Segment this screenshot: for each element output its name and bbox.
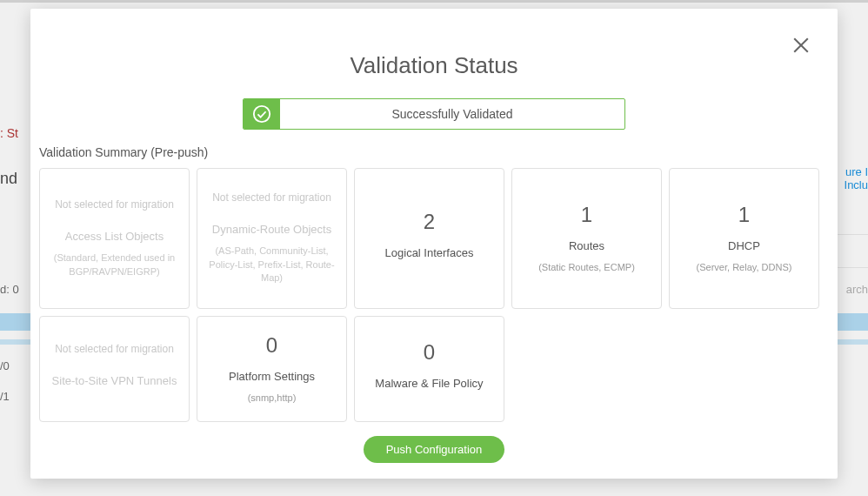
card-site-to-site-vpn: Not selected for migration Site-to-Site … bbox=[39, 316, 190, 422]
card-dhcp: 1 DHCP (Server, Relay, DDNS) bbox=[669, 168, 819, 309]
status-text: Successfully Validated bbox=[280, 99, 624, 129]
bg-text-right: ure I Inclu bbox=[845, 165, 868, 191]
card-count: 0 bbox=[266, 333, 277, 358]
not-selected-label: Not selected for migration bbox=[55, 198, 174, 211]
modal-title: Validation Status bbox=[30, 52, 838, 79]
cards-row-1: Not selected for migration Access List O… bbox=[30, 159, 838, 422]
card-count: 1 bbox=[581, 203, 592, 227]
not-selected-label: Not selected for migration bbox=[55, 343, 174, 355]
card-routes: 1 Routes (Static Routes, ECMP) bbox=[511, 168, 662, 309]
card-title: Access List Objects bbox=[65, 230, 164, 243]
card-title: Logical Interfaces bbox=[385, 246, 474, 259]
card-dynamic-route-objects: Not selected for migration Dynamic-Route… bbox=[197, 168, 347, 309]
bg-text-search: arch bbox=[846, 283, 868, 296]
card-subtitle: (Server, Relay, DDNS) bbox=[697, 261, 792, 274]
bg-text-slash0: /0 bbox=[0, 359, 10, 372]
bg-text-slash1: /1 bbox=[0, 390, 10, 403]
close-icon[interactable] bbox=[791, 35, 811, 56]
card-subtitle: (snmp,http) bbox=[248, 392, 297, 405]
validation-status-modal: Validation Status Successfully Validated… bbox=[30, 9, 838, 479]
bg-text-status: : St bbox=[0, 126, 18, 140]
card-title: Routes bbox=[569, 239, 604, 252]
card-logical-interfaces: 2 Logical Interfaces bbox=[354, 168, 504, 309]
bg-text-nd: nd bbox=[0, 170, 17, 188]
card-title: Dynamic-Route Objects bbox=[212, 223, 331, 236]
card-subtitle: (AS-Path, Community-List, Policy-List, P… bbox=[204, 245, 339, 285]
card-title: Site-to-Site VPN Tunnels bbox=[52, 374, 177, 387]
card-title: DHCP bbox=[728, 239, 760, 252]
not-selected-label: Not selected for migration bbox=[212, 191, 331, 204]
svg-point-0 bbox=[254, 106, 270, 122]
card-platform-settings: 0 Platform Settings (snmp,http) bbox=[197, 316, 347, 422]
summary-label: Validation Summary (Pre-push) bbox=[39, 145, 838, 159]
success-check-icon bbox=[244, 99, 280, 129]
card-title: Platform Settings bbox=[229, 370, 315, 383]
card-malware-file-policy: 0 Malware & File Policy bbox=[354, 316, 504, 422]
bg-text-d0: d: 0 bbox=[0, 283, 19, 296]
card-access-list-objects: Not selected for migration Access List O… bbox=[39, 168, 190, 309]
card-title: Malware & File Policy bbox=[375, 377, 483, 390]
card-subtitle: (Static Routes, ECMP) bbox=[538, 261, 635, 274]
card-count: 0 bbox=[424, 340, 435, 365]
card-count: 1 bbox=[738, 203, 750, 227]
push-configuration-button[interactable]: Push Configuration bbox=[364, 436, 505, 463]
card-subtitle: (Standard, Extended used in BGP/RAVPN/EI… bbox=[47, 251, 182, 278]
status-bar: Successfully Validated bbox=[243, 98, 625, 130]
card-count: 2 bbox=[424, 210, 435, 234]
